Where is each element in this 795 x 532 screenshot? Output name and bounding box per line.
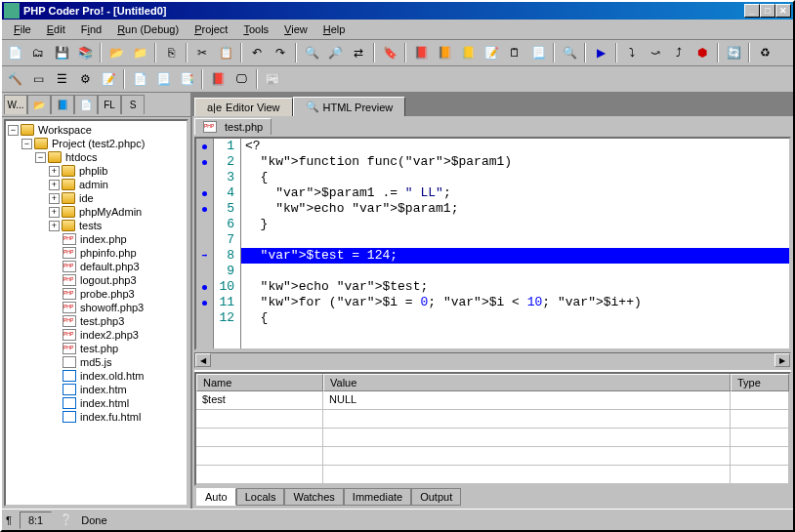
redo-icon[interactable]: ↷: [270, 42, 291, 63]
tab-editor-view[interactable]: a|eEditor View: [194, 98, 293, 116]
watch-tab-immediate[interactable]: Immediate: [344, 488, 411, 506]
scroll-left-button[interactable]: ◀: [195, 353, 211, 367]
code-editor[interactable]: ➡ 123456789101112 <? "kw">function func(…: [194, 137, 791, 350]
tree-htdocs[interactable]: −htdocs: [8, 150, 185, 164]
tree-panel[interactable]: −Workspace −Project (test2.phpc) −htdocs…: [4, 119, 188, 507]
tool-hammer-icon[interactable]: 🔨: [4, 68, 25, 90]
step-in-icon[interactable]: ⤵: [621, 42, 643, 63]
tree-file[interactable]: test.php: [8, 342, 185, 355]
menu-tools[interactable]: Tools: [235, 21, 276, 37]
tree-file[interactable]: test.php3: [8, 314, 185, 328]
tool-template-icon[interactable]: 📰: [262, 68, 283, 90]
replace-icon[interactable]: ⇄: [348, 42, 369, 63]
undo-icon[interactable]: ↶: [246, 42, 268, 63]
sidebar-tab-doc[interactable]: 📄: [74, 95, 98, 114]
tree-file[interactable]: index.old.htm: [8, 369, 185, 383]
tool-php-icon[interactable]: ⚙: [74, 68, 96, 90]
tree-file[interactable]: phpinfo.php: [8, 246, 185, 260]
close-button[interactable]: ✕: [775, 4, 791, 18]
save-all-icon[interactable]: 📚: [74, 42, 96, 63]
open-folder-icon[interactable]: 📂: [105, 42, 127, 63]
sidebar-tab-folder[interactable]: 📂: [27, 95, 51, 114]
menu-file[interactable]: File: [6, 21, 39, 37]
watch-row[interactable]: $testNULL: [196, 391, 789, 410]
menu-view[interactable]: View: [276, 21, 315, 37]
watch-row[interactable]: [196, 466, 789, 484]
tab-html-preview[interactable]: 🔍HTML Preview: [293, 97, 406, 116]
tree-file[interactable]: index.php: [8, 232, 185, 246]
new-file-icon[interactable]: 📄: [4, 42, 25, 63]
tree-file[interactable]: logout.php3: [8, 273, 185, 287]
explorer-icon[interactable]: 🗂: [27, 42, 49, 63]
watch-tab-locals[interactable]: Locals: [236, 488, 285, 506]
tree-folder[interactable]: +phpMyAdmin: [8, 205, 185, 219]
sidebar-tab-s[interactable]: S: [121, 95, 145, 114]
tree-project[interactable]: −Project (test2.phpc): [8, 137, 185, 150]
help-lookup-icon[interactable]: 📙: [434, 42, 455, 63]
menu-run[interactable]: Run (Debug): [109, 21, 187, 37]
maximize-button[interactable]: □: [760, 4, 775, 18]
menu-project[interactable]: Project: [187, 21, 235, 37]
sidebar-tab-book[interactable]: 📘: [51, 95, 74, 114]
preview-icon[interactable]: 🔍: [559, 42, 580, 63]
tree-file[interactable]: index.fu.html: [8, 410, 185, 424]
tree-file[interactable]: index.html: [8, 396, 185, 410]
menu-help[interactable]: Help: [315, 21, 354, 37]
watch-col-value[interactable]: Value: [323, 374, 731, 391]
help-book-icon[interactable]: 📕: [410, 42, 432, 63]
sidebar-tab-fl[interactable]: FL: [98, 95, 121, 114]
tree-file[interactable]: showoff.php3: [8, 301, 185, 314]
horizontal-scrollbar[interactable]: ◀ ▶: [194, 352, 791, 368]
tree-folder[interactable]: +admin: [8, 178, 185, 191]
folder-icon[interactable]: 📁: [129, 42, 150, 63]
tree-file[interactable]: default.php3: [8, 260, 185, 273]
step-out-icon[interactable]: ⤴: [668, 42, 690, 63]
menu-find[interactable]: Find: [73, 21, 109, 37]
watch-grid[interactable]: Name Value Type $testNULL: [194, 372, 791, 486]
watch-tab-auto[interactable]: Auto: [196, 488, 236, 506]
watch-row[interactable]: [196, 429, 789, 447]
tool-doc1-icon[interactable]: 📄: [129, 68, 150, 90]
tool-window-icon[interactable]: ▭: [27, 68, 49, 90]
tool-list-icon[interactable]: ☰: [51, 68, 72, 90]
stop-icon[interactable]: ⬢: [691, 42, 713, 63]
menu-edit[interactable]: Edit: [39, 21, 73, 37]
tree-file[interactable]: probe.php3: [8, 287, 185, 301]
bookmark-icon[interactable]: 🔖: [379, 42, 400, 63]
help-manual-icon[interactable]: 📒: [457, 42, 479, 63]
tree-folder[interactable]: +tests: [8, 219, 185, 232]
tree-root[interactable]: −Workspace: [8, 123, 185, 137]
watch-row[interactable]: [196, 410, 789, 429]
watch-tab-watches[interactable]: Watches: [284, 488, 343, 506]
cut-icon[interactable]: ✂: [191, 42, 213, 63]
find-next-icon[interactable]: 🔎: [324, 42, 346, 63]
find-icon[interactable]: 🔍: [301, 42, 322, 63]
watch-col-name[interactable]: Name: [196, 374, 323, 391]
step-over-icon[interactable]: ⤻: [645, 42, 666, 63]
minimize-button[interactable]: _: [744, 4, 760, 18]
notes-icon[interactable]: 📝: [481, 42, 502, 63]
sync-icon[interactable]: ♻: [754, 42, 775, 63]
tool-code-icon[interactable]: 📝: [98, 68, 119, 90]
watch-tab-output[interactable]: Output: [411, 488, 461, 506]
refresh-icon[interactable]: 🔄: [723, 42, 744, 63]
tool-doc2-icon[interactable]: 📃: [152, 68, 174, 90]
scroll-right-button[interactable]: ▶: [774, 353, 790, 367]
text-icon[interactable]: 📃: [527, 42, 549, 63]
file-tab[interactable]: test.php: [194, 118, 272, 135]
watch-col-type[interactable]: Type: [731, 374, 789, 391]
tool-book2-icon[interactable]: 📕: [207, 68, 229, 90]
tool-screen-icon[interactable]: 🖵: [230, 68, 252, 90]
tree-folder[interactable]: +ide: [8, 191, 185, 205]
watch-row[interactable]: [196, 447, 789, 466]
tree-file[interactable]: index.htm: [8, 383, 185, 396]
save-icon[interactable]: 💾: [51, 42, 72, 63]
tree-file[interactable]: index2.php3: [8, 328, 185, 342]
paste-icon[interactable]: 📋: [215, 42, 236, 63]
copy-icon[interactable]: ⎘: [160, 42, 182, 63]
clipboard-icon[interactable]: 🗒: [504, 42, 525, 63]
tree-folder[interactable]: +phplib: [8, 164, 185, 178]
tool-doc3-icon[interactable]: 📑: [176, 68, 197, 90]
sidebar-tab-workspace[interactable]: W...: [4, 95, 27, 114]
run-icon[interactable]: ▶: [590, 42, 611, 63]
